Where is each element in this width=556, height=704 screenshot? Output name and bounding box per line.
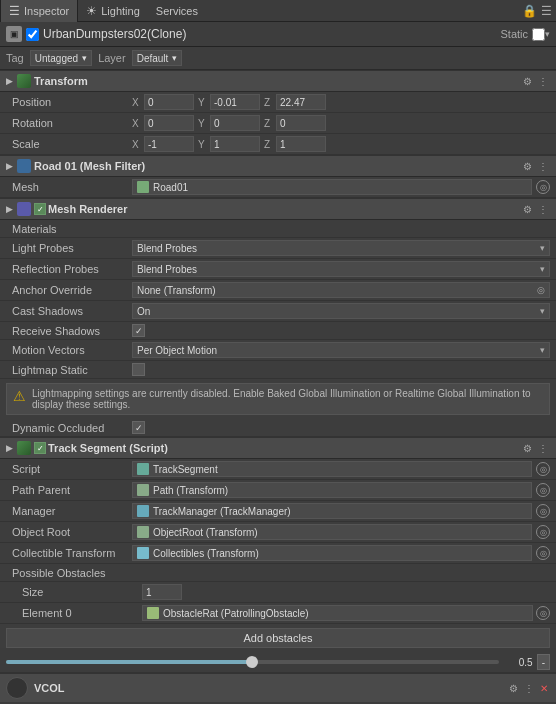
add-obstacles-btn[interactable]: Add obstacles [6, 628, 550, 648]
track-segment-dots-btn[interactable]: ⋮ [536, 443, 550, 454]
anchor-override-row: Anchor Override None (Transform) ◎ [0, 280, 556, 301]
script-row: Script TrackSegment ◎ [0, 459, 556, 480]
slider-row: 0.5 - [0, 652, 556, 673]
tab-services[interactable]: Services [148, 0, 206, 22]
tab-bar: ☰ Inspector ☀ Lighting Services 🔒 ☰ [0, 0, 556, 22]
track-segment-section-header[interactable]: ▶ Track Segment (Script) ⚙ ⋮ [0, 437, 556, 459]
anchor-override-value: None (Transform) [137, 285, 216, 296]
tab-lighting[interactable]: ☀ Lighting [78, 0, 148, 22]
position-label: Position [12, 96, 132, 108]
receive-shadows-label: Receive Shadows [12, 325, 132, 337]
anchor-override-label: Anchor Override [12, 284, 132, 296]
path-parent-icon [137, 484, 149, 496]
mesh-renderer-arrow: ▶ [6, 204, 13, 214]
motion-vectors-label: Motion Vectors [12, 344, 132, 356]
light-probes-dropdown[interactable]: Blend Probes ▾ [132, 240, 550, 256]
motion-vectors-dropdown[interactable]: Per Object Motion ▾ [132, 342, 550, 358]
slider-track[interactable] [6, 660, 499, 664]
collectible-selector[interactable]: ◎ [536, 546, 550, 560]
reflection-probes-dropdown[interactable]: Blend Probes ▾ [132, 261, 550, 277]
size-input[interactable] [142, 584, 182, 600]
path-parent-field[interactable]: Path (Transform) [132, 482, 532, 498]
dynamic-occluded-checkbox[interactable] [132, 421, 145, 434]
manager-icon [137, 505, 149, 517]
element0-selector[interactable]: ◎ [536, 606, 550, 620]
static-checkbox[interactable] [532, 28, 545, 41]
track-segment-info-btn[interactable]: ⚙ [521, 443, 534, 454]
path-parent-row: Path Parent Path (Transform) ◎ [0, 480, 556, 501]
layer-dropdown[interactable]: Default [132, 50, 183, 66]
light-probes-label: Light Probes [12, 242, 132, 254]
materials-row: Materials [0, 220, 556, 238]
script-field[interactable]: TrackSegment [132, 461, 532, 477]
mesh-renderer-section-header[interactable]: ▶ Mesh Renderer ⚙ ⋮ [0, 198, 556, 220]
mesh-filter-info-btn[interactable]: ⚙ [521, 161, 534, 172]
rot-x-label: X [132, 118, 142, 129]
tag-dropdown[interactable]: Untagged [30, 50, 92, 66]
scale-x-input[interactable] [144, 136, 194, 152]
manager-selector[interactable]: ◎ [536, 504, 550, 518]
menu-icon[interactable]: ☰ [541, 4, 552, 18]
scale-row: Scale X Y Z [0, 134, 556, 155]
track-segment-title: Track Segment (Script) [48, 442, 521, 454]
path-parent-selector[interactable]: ◎ [536, 483, 550, 497]
vcol-info-btn[interactable]: ⚙ [507, 683, 520, 694]
transform-info-btn[interactable]: ⚙ [521, 76, 534, 87]
lock-icon[interactable]: 🔒 [522, 4, 537, 18]
lightmap-static-row: Lightmap Static [0, 361, 556, 379]
mesh-renderer-dots-btn[interactable]: ⋮ [536, 204, 550, 215]
mesh-filter-icon [17, 159, 31, 173]
track-segment-checkbox[interactable] [34, 442, 46, 454]
script-selector[interactable]: ◎ [536, 462, 550, 476]
mesh-filter-section-header[interactable]: ▶ Road 01 (Mesh Filter) ⚙ ⋮ [0, 155, 556, 177]
rot-y-label: Y [198, 118, 208, 129]
scale-y-label: Y [198, 139, 208, 150]
object-active-checkbox[interactable] [26, 28, 39, 41]
mesh-value-text: Road01 [153, 182, 188, 193]
vcol-delete-btn[interactable]: ✕ [538, 683, 550, 694]
mesh-renderer-properties: Materials Light Probes Blend Probes ▾ Re… [0, 220, 556, 437]
scale-y-input[interactable] [210, 136, 260, 152]
dynamic-occluded-row: Dynamic Occluded [0, 419, 556, 437]
collectible-transform-field[interactable]: Collectibles (Transform) [132, 545, 532, 561]
object-name: UrbanDumpsters02(Clone) [43, 27, 500, 41]
path-parent-label: Path Parent [12, 484, 132, 496]
element0-row: Element 0 ObstacleRat (PatrollingObstacl… [0, 603, 556, 624]
materials-label: Materials [12, 223, 132, 235]
mesh-value-field[interactable]: Road01 [132, 179, 532, 195]
mesh-selector-btn[interactable]: ◎ [536, 180, 550, 194]
rot-y-input[interactable] [210, 115, 260, 131]
transform-dots-btn[interactable]: ⋮ [536, 76, 550, 87]
mesh-filter-dots-btn[interactable]: ⋮ [536, 161, 550, 172]
pos-y-input[interactable] [210, 94, 260, 110]
slider-thumb[interactable] [246, 656, 258, 668]
pos-z-input[interactable] [276, 94, 326, 110]
object-root-value: ObjectRoot (Transform) [153, 527, 258, 538]
lightmap-static-checkbox[interactable] [132, 363, 145, 376]
manager-label: Manager [12, 505, 132, 517]
tag-label: Tag [6, 52, 24, 64]
object-root-field[interactable]: ObjectRoot (Transform) [132, 524, 532, 540]
cast-shadows-dropdown[interactable]: On ▾ [132, 303, 550, 319]
tab-inspector[interactable]: ☰ Inspector [0, 0, 78, 22]
receive-shadows-checkbox[interactable] [132, 324, 145, 337]
slider-minus-btn[interactable]: - [537, 654, 550, 670]
rot-x-input[interactable] [144, 115, 194, 131]
object-root-selector[interactable]: ◎ [536, 525, 550, 539]
slider-fill [6, 660, 252, 664]
element0-field[interactable]: ObstacleRat (PatrollingObstacle) [142, 605, 533, 621]
vcol-color-circle[interactable] [6, 677, 28, 699]
anchor-override-arrow: ◎ [537, 285, 545, 295]
manager-field[interactable]: TrackManager (TrackManager) [132, 503, 532, 519]
transform-section-header[interactable]: ▶ Transform ⚙ ⋮ [0, 70, 556, 92]
anchor-override-dropdown[interactable]: None (Transform) ◎ [132, 282, 550, 298]
static-dropdown-btn[interactable]: ▾ [545, 29, 550, 39]
mesh-renderer-checkbox[interactable] [34, 203, 46, 215]
pos-x-input[interactable] [144, 94, 194, 110]
mesh-renderer-info-btn[interactable]: ⚙ [521, 204, 534, 215]
dynamic-occluded-label: Dynamic Occluded [12, 422, 132, 434]
rot-z-input[interactable] [276, 115, 326, 131]
vcol-dots-btn[interactable]: ⋮ [522, 683, 536, 694]
scale-z-input[interactable] [276, 136, 326, 152]
rotation-row: Rotation X Y Z [0, 113, 556, 134]
